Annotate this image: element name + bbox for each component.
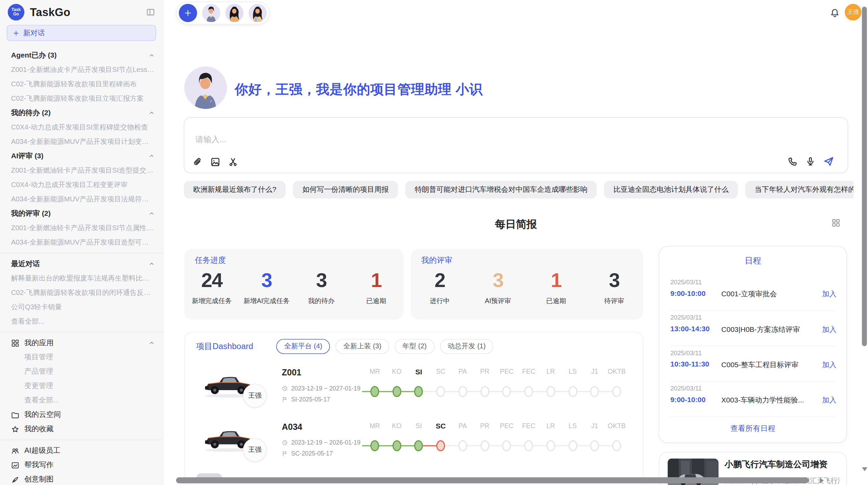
task-item[interactable]: C02-飞腾新能源轻客改款项目立项汇报方案 (0, 91, 163, 105)
project-code[interactable]: Z001 (282, 368, 301, 378)
suggestion-chip[interactable]: 比亚迪全固态电池计划具体说了什么 (604, 181, 738, 199)
milestone-node[interactable] (502, 440, 511, 451)
milestone-node[interactable] (568, 440, 577, 451)
layout-grid-icon[interactable] (831, 219, 840, 227)
stat[interactable]: 3 待评审 (585, 270, 643, 306)
scissors-icon[interactable] (228, 157, 238, 167)
task-item[interactable]: C02-飞腾新能源轻客改款项目里程碑画布 (0, 77, 163, 91)
app-item-change-mgmt[interactable]: 变更管理 (0, 379, 163, 393)
milestone-node[interactable] (612, 386, 621, 397)
user-avatar[interactable]: 王强 (845, 4, 861, 20)
suggestion-chip[interactable]: 特朗普可能对进口汽车增税会对中国车企造成哪些影响 (405, 181, 597, 199)
milestone-node[interactable] (480, 440, 489, 451)
sidebar-item-ai-super-staff[interactable]: AI超级员工 (0, 444, 163, 458)
section-ai-review[interactable]: AI评审 (3) (0, 149, 163, 163)
task-item[interactable]: C0X4-动力总成开发项目工程变更评审 (0, 177, 163, 192)
tab-new-body[interactable]: 全新上装 (3) (336, 339, 389, 354)
section-my-review[interactable]: 我的评审 (2) (0, 206, 163, 221)
task-item[interactable]: Z001-全新燃油轻卡产品开发项目SI节点属性5D文件评审 (0, 221, 163, 235)
paperclip-icon[interactable] (193, 157, 203, 167)
horizontal-scrollbar[interactable] (176, 477, 809, 483)
sidebar-item-favorites[interactable]: 我的收藏 (0, 422, 163, 436)
recent-chat-item[interactable]: 公司Q3轻卡销量 (0, 300, 163, 314)
apps-view-all[interactable]: 查看全部... (0, 393, 163, 408)
sidebar-item-creative-draw[interactable]: 创意制图 (0, 472, 163, 485)
stat[interactable]: 3 AI预评审 (469, 270, 527, 306)
milestone-node[interactable] (392, 440, 401, 451)
recent-view-all[interactable]: 查看全部... (0, 314, 163, 328)
section-agent-done[interactable]: Agent已办 (3) (0, 48, 163, 62)
stat[interactable]: 1 已逾期 (527, 270, 585, 306)
join-button[interactable]: 加入 (822, 325, 836, 335)
recent-chat-item[interactable]: C02-飞腾新能源轻客改款项目的闭环通告反馈情况 (0, 285, 163, 300)
stat[interactable]: 3 我的待办 (294, 270, 349, 306)
milestone-node[interactable] (546, 386, 555, 397)
task-item[interactable]: A034-全新新能源MUV产品开发项目造型可行性评审 (0, 235, 163, 249)
sidebar-item-my-apps[interactable]: 我的应用 (0, 336, 163, 350)
task-item[interactable]: A034-全新新能源MUV产品开发项目计划变更表编写 (0, 134, 163, 149)
task-item[interactable]: Z001-全新燃油轻卡产品开发项目SI造型提交物评审 (0, 163, 163, 177)
milestone-node[interactable] (480, 386, 489, 397)
task-item[interactable]: A034-全新新能源MUV产品开发项目法规符合性评审 (0, 192, 163, 206)
join-button[interactable]: 加入 (822, 395, 836, 405)
milestone-node[interactable] (436, 440, 445, 451)
scroll-down-arrow-icon[interactable] (862, 467, 867, 471)
milestone-node[interactable] (502, 386, 511, 397)
vertical-scrollbar[interactable] (862, 7, 867, 346)
suggestion-chip[interactable]: 当下年轻人对汽车外观有怎样的喜好趋势 (745, 181, 854, 199)
tab-new-platform[interactable]: 全新平台 (4) (276, 339, 330, 354)
suggestion-chip[interactable]: 如何写一份清晰的项目周报 (293, 181, 398, 199)
app-item-project-mgmt[interactable]: 项目管理 (0, 350, 163, 364)
task-item[interactable]: C0X4-动力总成开发项目SI里程碑提交物检查 (0, 120, 163, 134)
section-recent-chats[interactable]: 最近对话 (0, 257, 163, 271)
stat[interactable]: 24 新增完成任务 (184, 270, 239, 306)
milestone-node[interactable] (546, 440, 555, 451)
task-item[interactable]: Z001-全新燃油皮卡产品开发项目SI节点Lesson Learn报告 (0, 62, 163, 77)
section-my-todo[interactable]: 我的待办 (2) (0, 105, 163, 120)
tab-powertrain[interactable]: 动总开发 (1) (440, 339, 493, 354)
milestone-node[interactable] (458, 440, 467, 451)
view-all-schedule-link[interactable]: 查看所有日程 (659, 424, 846, 434)
join-button[interactable]: 加入 (822, 360, 836, 370)
project-owner-badge[interactable]: 王强 (243, 384, 267, 408)
milestone-node[interactable] (414, 386, 423, 397)
stat[interactable]: 2 进行中 (411, 270, 469, 306)
image-icon[interactable] (210, 157, 220, 167)
bell-icon[interactable] (830, 8, 840, 18)
message-input[interactable] (194, 133, 803, 152)
project-row[interactable]: 王强 A034 2023-12-19 ~ 2026-01-19 SC-2025-… (185, 413, 642, 467)
milestone-node[interactable] (370, 440, 379, 451)
session-avatar[interactable] (225, 4, 243, 22)
suggestion-chip[interactable]: 欧洲新规最近颁布了什么? (184, 181, 286, 199)
milestone-node[interactable] (590, 386, 599, 397)
milestone-node[interactable] (568, 386, 577, 397)
scroll-right-arrow-icon[interactable] (820, 478, 824, 483)
phone-icon[interactable] (788, 157, 798, 166)
new-chat-button[interactable]: 新对话 (7, 25, 156, 41)
send-icon[interactable] (823, 156, 834, 167)
tab-year-model[interactable]: 年型 (2) (395, 339, 434, 354)
milestone-node[interactable] (524, 386, 533, 397)
project-code[interactable]: A034 (282, 422, 302, 432)
session-avatar[interactable] (249, 4, 267, 22)
milestone-node[interactable] (436, 386, 445, 397)
app-item-product-mgmt[interactable]: 产品管理 (0, 364, 163, 379)
add-session-button[interactable] (179, 4, 197, 22)
stat[interactable]: 3 新增AI完成任务 (239, 270, 294, 306)
mic-icon[interactable] (806, 157, 816, 166)
project-row[interactable]: 王强 Z001 2023-12-19 ~ 2027-01-19 SI-2025-… (185, 359, 642, 413)
project-owner-badge[interactable]: 王强 (243, 438, 267, 462)
milestone-node[interactable] (392, 386, 401, 397)
stat[interactable]: 1 已逾期 (349, 270, 403, 306)
milestone-node[interactable] (612, 440, 621, 451)
milestone-node[interactable] (414, 440, 423, 451)
recent-chat-item[interactable]: 解释最新出台的欧盟报废车法规再生塑料比例被调至15%... (0, 271, 163, 285)
milestone-node[interactable] (524, 440, 533, 451)
milestone-node[interactable] (458, 386, 467, 397)
milestone-node[interactable] (590, 440, 599, 451)
sidebar-item-cloud-space[interactable]: 我的云空间 (0, 408, 163, 422)
milestone-node[interactable] (370, 386, 379, 397)
join-button[interactable]: 加入 (822, 289, 836, 299)
session-avatar[interactable] (202, 4, 220, 22)
sidebar-item-help-write[interactable]: 帮我写作 (0, 458, 163, 472)
